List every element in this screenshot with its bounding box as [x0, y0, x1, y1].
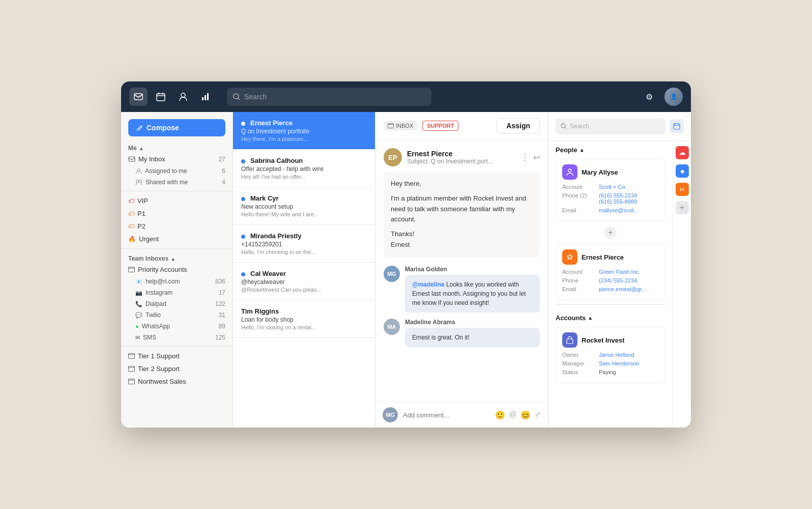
- reply-btn[interactable]: ↩: [533, 153, 540, 162]
- sidebar-item-vip[interactable]: 🏷 VIP: [121, 194, 233, 207]
- msg-preview-5: Hello, I'm closing on a rental...: [241, 324, 367, 330]
- add-person-button[interactable]: +: [604, 227, 617, 239]
- mention-icon[interactable]: @: [509, 410, 516, 420]
- rp-search[interactable]: Search: [556, 118, 665, 134]
- svg-rect-13: [129, 366, 135, 372]
- add-integration-btn[interactable]: +: [676, 201, 689, 214]
- chart-nav-btn[interactable]: [196, 88, 215, 106]
- salesforce-icon-btn[interactable]: ☁: [676, 146, 689, 159]
- integration-icon-btn-2[interactable]: H: [676, 183, 689, 196]
- person-icon-0: [562, 164, 577, 180]
- sidebar-item-assigned-to-me[interactable]: Assigned to me 6: [121, 165, 233, 177]
- person-name-1: Ernest Pierce: [582, 253, 624, 261]
- reply-author-1: Madeline Abrams: [405, 319, 540, 326]
- expand-icon[interactable]: ⤢: [535, 410, 541, 420]
- priority-accounts-label: Priority Accounts: [138, 266, 187, 273]
- p1-label: P1: [137, 210, 146, 217]
- settings-btn[interactable]: ⚙: [640, 88, 658, 106]
- msg-name-3: Miranda Priestly: [250, 232, 301, 240]
- channel-label-3: Twilio: [146, 312, 161, 319]
- owner-label: Owner: [562, 352, 597, 358]
- unread-dot-4: [241, 272, 245, 276]
- person-icon-1: [562, 249, 577, 265]
- svg-rect-19: [567, 339, 573, 344]
- message-item-1[interactable]: Sabrina Calhoun Offer accepted - help wi…: [233, 150, 375, 187]
- rp-tab-calendar[interactable]: [670, 119, 684, 133]
- sidebar-item-shared[interactable]: Shared with me 4: [121, 177, 233, 188]
- tier1-label: Tier 1 Support: [138, 352, 180, 360]
- footer-icons: 🙂 @ 😊 ⤢: [495, 410, 541, 420]
- status-value: Paying: [599, 369, 616, 375]
- reaction-icon[interactable]: 😊: [520, 410, 531, 420]
- right-panel: Search People ▲: [548, 112, 691, 428]
- unread-dot-0: [241, 122, 245, 126]
- assign-button[interactable]: Assign: [497, 118, 540, 133]
- more-options-btn[interactable]: ⋮: [521, 153, 529, 162]
- account-header-0: Rocket Invest: [562, 332, 659, 348]
- message-item-0[interactable]: Ernest Pierce Q on Investment portfolio …: [233, 112, 375, 150]
- message-item-2[interactable]: Mark Cyr New account setup Hello there! …: [233, 187, 375, 225]
- phone-label-0: Phone (2): [562, 192, 597, 205]
- message-item-5[interactable]: Tim Riggins Loan for body shop Hello, I'…: [233, 300, 375, 338]
- sidebar-channel-helpemail[interactable]: 📧 help@ri.com 836: [121, 276, 233, 287]
- comment-input[interactable]: [403, 411, 490, 419]
- conversation-body: EP Ernest Pierce Subject: Q on Investmen…: [375, 140, 548, 402]
- msg-preview-4: @RocketInvest Can you pleas...: [241, 287, 367, 293]
- sidebar-item-northwest[interactable]: Northwest Sales: [121, 375, 233, 388]
- sidebar-channel-dialpad[interactable]: 📞 Dialpad 122: [121, 298, 233, 309]
- msg-name-2: Mark Cyr: [250, 194, 279, 202]
- sidebar-item-tier2[interactable]: Tier 2 Support: [121, 362, 233, 375]
- sidebar-item-urgent[interactable]: 🔥 Urgent: [121, 233, 233, 245]
- sidebar-channel-sms[interactable]: ✉ SMS 125: [121, 332, 233, 343]
- emoji-icon[interactable]: 🙂: [495, 410, 505, 420]
- svg-point-6: [234, 94, 239, 99]
- msg-preview-1: Hey all! I've had an offer...: [241, 174, 367, 180]
- mail-nav-btn[interactable]: [129, 88, 148, 106]
- svg-rect-11: [129, 267, 135, 272]
- channel-badge-2: 122: [215, 300, 225, 307]
- sidebar-channel-whatsapp[interactable]: ● WhatsApp 89: [121, 321, 233, 332]
- sender-info: Ernest Pierce Subject: Q on Investment p…: [407, 150, 493, 165]
- search-bar[interactable]: Search: [227, 88, 431, 106]
- person-phone-row-0: Phone (2) (616) 555-2234 (616) 555-8989: [562, 192, 659, 205]
- phone-values-0: (616) 555-2234 (616) 555-8989: [599, 192, 637, 205]
- message-item-3[interactable]: Miranda Priestly +14152359201 Hello, I'm…: [233, 225, 375, 263]
- accounts-section-title: Accounts ▲: [548, 309, 673, 324]
- integration-icon-btn-1[interactable]: ◆: [676, 164, 689, 178]
- compose-button[interactable]: Compose: [128, 119, 225, 136]
- account-value-0: Scott + Co.: [599, 184, 627, 190]
- user-avatar[interactable]: 👤: [664, 88, 683, 106]
- calendar-nav-btn[interactable]: [152, 88, 170, 106]
- shared-label: Shared with me: [146, 179, 188, 186]
- rp-content: People ▲ Mary Allyse: [548, 141, 691, 428]
- channel-label-4: WhatsApp: [142, 323, 170, 330]
- app-window: Search ⚙ 👤 Compose Me ▲: [121, 81, 691, 428]
- sidebar-item-priority-accounts[interactable]: Priority Accounts: [121, 263, 233, 276]
- msg-preview-0: Hey there, I'm a platinum...: [241, 136, 367, 142]
- channel-badge-1: 17: [219, 289, 225, 296]
- msg-subject-3: +14152359201: [241, 241, 367, 248]
- sender-row: EP Ernest Pierce Subject: Q on Investmen…: [384, 148, 540, 166]
- channel-label-1: Instagram: [146, 289, 172, 296]
- sidebar-channel-twilio[interactable]: 💬 Twilio 31: [121, 309, 233, 321]
- reply-0: MG Marisa Golden @madeline Looks like yo…: [384, 266, 540, 313]
- person-header-0: Mary Allyse: [562, 164, 659, 180]
- svg-rect-17: [674, 124, 680, 129]
- comment-avatar: MG: [383, 407, 398, 422]
- sidebar-item-my-inbox[interactable]: My Inbox 27: [121, 153, 233, 165]
- my-inbox-label: My Inbox: [138, 155, 165, 163]
- msg-subject-1: Offer accepted - help with wire: [241, 165, 367, 173]
- sidebar-item-p1[interactable]: 🏷 P1: [121, 207, 233, 220]
- sidebar-channel-instagram[interactable]: 📷 Instagram 17: [121, 287, 233, 298]
- inbox-tag: INBOX: [384, 121, 417, 130]
- email-label-1: Email: [562, 286, 597, 292]
- msg-subject-5: Loan for body shop: [241, 316, 367, 323]
- channel-label-5: SMS: [143, 334, 156, 341]
- person-account-row-0: Account Scott + Co.: [562, 184, 659, 190]
- sidebar-item-tier1[interactable]: Tier 1 Support: [121, 350, 233, 362]
- person-name-0: Mary Allyse: [582, 168, 618, 176]
- sidebar-item-p2[interactable]: 🏷 P2: [121, 220, 233, 233]
- top-nav: Search ⚙ 👤: [121, 81, 691, 112]
- contacts-nav-btn[interactable]: [174, 88, 192, 106]
- message-item-4[interactable]: Cal Weaver @heycalweaver @RocketInvest C…: [233, 263, 375, 300]
